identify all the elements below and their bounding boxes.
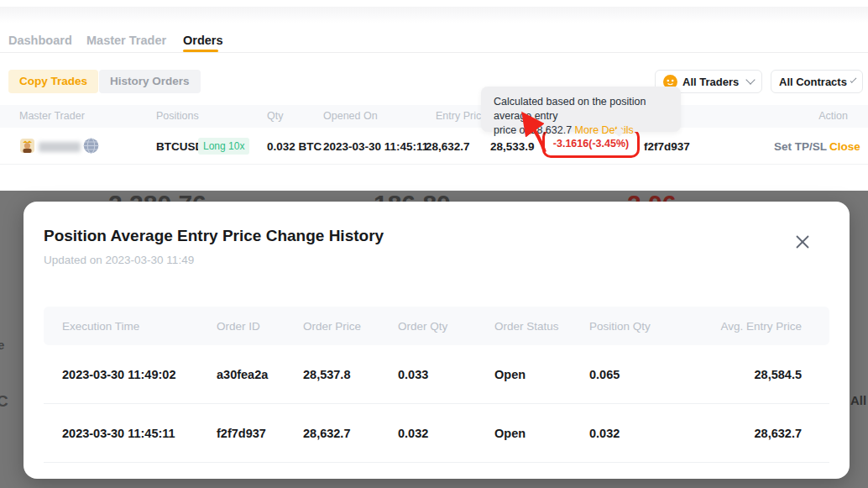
all-contracts-dropdown[interactable]: All Contracts — [771, 70, 863, 93]
cell-order-qty: 0.033 — [398, 368, 494, 381]
cell-order-id: f2f7d937 — [217, 427, 303, 440]
cell-position-qty: 0.065 — [589, 368, 673, 381]
cell-pnl: -3.1616(-3.45%) — [553, 138, 629, 150]
all-contracts-label: All Contracts — [779, 76, 847, 88]
master-trader-avatar — [19, 138, 35, 154]
chevron-down-icon — [850, 76, 857, 83]
modal-title: Position Average Entry Price Change Hist… — [44, 227, 384, 245]
cell-opened-on: 2023-03-30 11:45:11 — [323, 140, 428, 153]
modal-close-button[interactable] — [792, 232, 813, 252]
tab-dashboard[interactable]: Dashboard — [8, 34, 72, 47]
col-action: Action — [818, 105, 848, 128]
set-tpsl-button[interactable]: Set TP/SL — [774, 140, 827, 153]
globe-badge-icon — [83, 138, 99, 154]
col-order-qty: Order Qty — [398, 320, 494, 333]
col-order-status: Order Status — [494, 320, 589, 333]
tab-master-trader[interactable]: Master Trader — [86, 34, 166, 47]
bg-fragment-left-bottom: C — [0, 392, 8, 411]
long-leverage-badge: Long 10x — [198, 138, 249, 155]
background-stats-clipped: 2,280.76USDT 186.80USDT -2.06USDT — [0, 191, 868, 202]
col-order-id: Order ID — [217, 320, 303, 333]
cell-order-id: f2f7d937 — [644, 140, 690, 153]
col-entry-price: Entry Price — [436, 105, 487, 128]
cell-order-status: Open — [494, 368, 589, 381]
col-avg-entry-price: Avg. Entry Price — [673, 320, 802, 333]
order-row: BTCUSDT Long 10x 0.032 BTC 2023-03-30 11… — [0, 128, 868, 165]
price-change-history-modal: Position Average Entry Price Change Hist… — [24, 202, 850, 479]
all-traders-label: All Traders — [682, 76, 739, 88]
col-qty: Qty — [267, 105, 283, 128]
bg-fragment-right: All — [850, 393, 866, 407]
annotation-arrow-icon — [506, 110, 555, 157]
chevron-down-icon — [745, 75, 755, 84]
cell-order-price: 28,632.7 — [303, 427, 398, 440]
stat-pnl-value: -2.06USDT — [619, 191, 709, 202]
stat-margin-value: 186.80USDT — [374, 191, 484, 202]
col-position-qty: Position Qty — [589, 320, 673, 333]
cell-execution-time: 2023-03-30 11:49:02 — [62, 368, 217, 381]
history-row: 2023-03-30 11:49:02 a30fea2a 28,537.8 0.… — [44, 345, 829, 404]
col-execution-time: Execution Time — [62, 320, 217, 333]
cell-qty: 0.032 BTC — [267, 140, 322, 153]
tabs-divider — [0, 52, 868, 53]
orders-table-header: Master Trader Positions Qty Opened On En… — [0, 105, 868, 128]
bg-fragment-left-top: e — [0, 338, 4, 352]
history-table: Execution Time Order ID Order Price Orde… — [44, 307, 829, 463]
cell-order-id: a30fea2a — [217, 368, 303, 381]
cell-entry-price: 28,632.7 — [426, 140, 470, 153]
trader-name-blurred — [39, 142, 81, 152]
cell-avg-entry-price: 28,632.7 — [673, 427, 802, 440]
cell-avg-entry-price: 28,584.5 — [673, 368, 802, 381]
cell-order-price: 28,537.8 — [303, 368, 398, 381]
col-positions: Positions — [156, 105, 199, 128]
col-order-price: Order Price — [303, 320, 398, 333]
cell-order-qty: 0.032 — [398, 427, 494, 440]
copy-trades-button[interactable]: Copy Trades — [8, 70, 98, 93]
tab-orders[interactable]: Orders — [183, 34, 223, 47]
cell-execution-time: 2023-03-30 11:45:11 — [62, 427, 217, 440]
history-row: 2023-03-30 11:45:11 f2f7d937 28,632.7 0.… — [44, 404, 829, 463]
orders-page-top: Dashboard Master Trader Orders Copy Trad… — [0, 0, 868, 191]
more-details-link[interactable]: More Details — [575, 124, 634, 136]
col-master-trader: Master Trader — [19, 105, 85, 128]
history-orders-button[interactable]: History Orders — [99, 70, 201, 93]
col-opened-on: Opened On — [323, 105, 378, 128]
modal-overlay: 2,280.76USDT 186.80USDT -2.06USDT e C Al… — [0, 191, 868, 488]
modal-updated-timestamp: Updated on 2023-03-30 11:49 — [44, 254, 194, 266]
cell-order-status: Open — [494, 427, 589, 440]
stat-total-value: 2,280.76USDT — [108, 191, 239, 202]
close-position-button[interactable]: Close — [829, 140, 860, 153]
top-fade — [0, 7, 868, 25]
cell-position-qty: 0.032 — [589, 427, 673, 440]
copy-trading-orders-page: Dashboard Master Trader Orders Copy Trad… — [0, 0, 868, 488]
history-table-header: Execution Time Order ID Order Price Orde… — [44, 307, 829, 345]
close-icon — [795, 234, 810, 249]
